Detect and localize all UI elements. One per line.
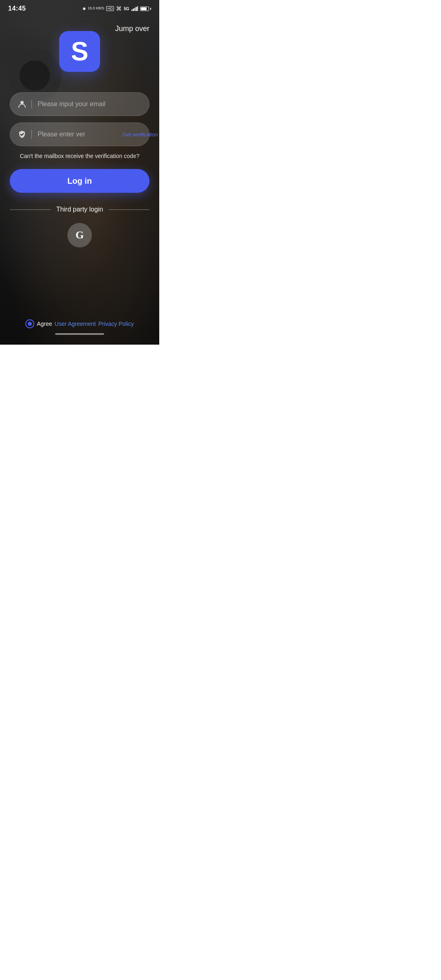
home-indicator — [55, 333, 104, 335]
verification-input[interactable] — [38, 131, 119, 138]
shield-icon — [18, 130, 27, 139]
status-icons: ✱ 15.0 KB/S HD ⌘ 5G — [82, 5, 151, 12]
signal-icon — [131, 6, 138, 11]
third-party-divider: Third party login — [10, 206, 149, 213]
logo-letter: S — [71, 38, 89, 65]
app-logo: S — [59, 31, 100, 72]
bluetooth-icon: ✱ — [82, 7, 86, 11]
privacy-policy-link[interactable]: Privacy Policy — [98, 321, 134, 327]
mailbox-hint: Can't the mailbox receive the verificati… — [10, 153, 149, 159]
third-party-section: Third party login G — [0, 206, 159, 247]
google-icon: G — [76, 229, 84, 241]
form-area: Get verification code Can't the mailbox … — [0, 92, 159, 193]
divider-line-left — [10, 209, 51, 210]
hd-badge: HD — [106, 6, 114, 11]
wifi-icon: ⌘ — [116, 5, 122, 12]
login-button[interactable]: Log in — [10, 169, 149, 193]
email-input[interactable] — [38, 100, 142, 108]
email-input-wrapper — [10, 92, 149, 116]
divider-line-right — [109, 209, 149, 210]
bottom-area: Agree User Agreement Privacy Policy — [0, 319, 159, 335]
battery-icon — [140, 7, 151, 11]
social-buttons: G — [10, 223, 149, 247]
logo-container: S — [0, 31, 159, 72]
get-verification-code-button[interactable]: Get verification code — [122, 131, 159, 138]
verification-input-wrapper: Get verification code — [10, 122, 149, 146]
input-divider — [31, 100, 32, 109]
status-time: 14:45 — [8, 5, 26, 12]
agree-radio[interactable] — [25, 319, 34, 328]
agree-row: Agree User Agreement Privacy Policy — [25, 319, 134, 328]
third-party-label: Third party login — [56, 206, 103, 213]
network-type: 5G — [124, 7, 129, 11]
input-divider-2 — [31, 130, 32, 139]
user-agreement-link[interactable]: User Agreement — [55, 321, 96, 327]
agree-text: Agree — [37, 321, 52, 327]
svg-point-0 — [20, 101, 24, 104]
status-bar: 14:45 ✱ 15.0 KB/S HD ⌘ 5G — [0, 0, 159, 15]
network-speed: 15.0 KB/S — [88, 7, 105, 11]
radio-inner — [28, 322, 32, 326]
screen: 14:45 ✱ 15.0 KB/S HD ⌘ 5G — [0, 0, 159, 345]
google-login-button[interactable]: G — [67, 223, 92, 247]
person-icon — [18, 100, 27, 109]
